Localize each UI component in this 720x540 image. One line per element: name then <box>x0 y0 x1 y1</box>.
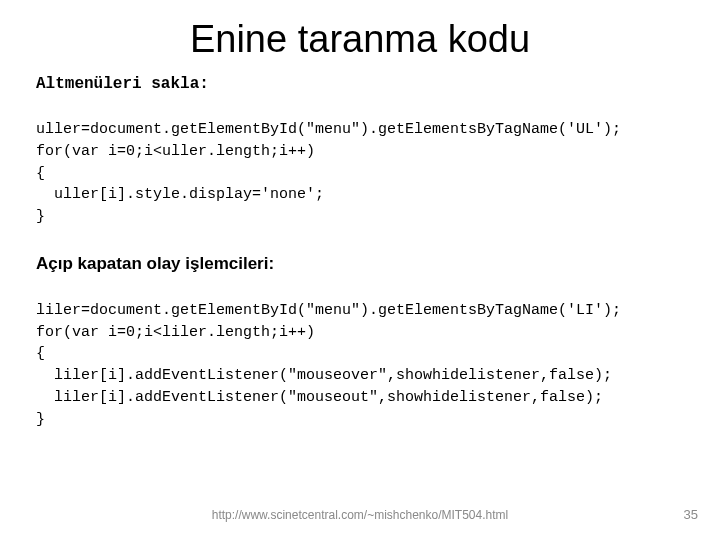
code-block-1: uller=document.getElementById("menu").ge… <box>36 119 684 228</box>
slide-title: Enine taranma kodu <box>36 18 684 61</box>
code-block-2: liler=document.getElementById("menu").ge… <box>36 300 684 431</box>
section-label-1: Altmenüleri sakla: <box>36 75 684 93</box>
footer-url: http://www.scinetcentral.com/~mishchenko… <box>0 508 720 522</box>
page-number: 35 <box>684 507 698 522</box>
slide: Enine taranma kodu Altmenüleri sakla: ul… <box>0 0 720 540</box>
section-label-2: Açıp kapatan olay işlemcileri: <box>36 254 684 274</box>
